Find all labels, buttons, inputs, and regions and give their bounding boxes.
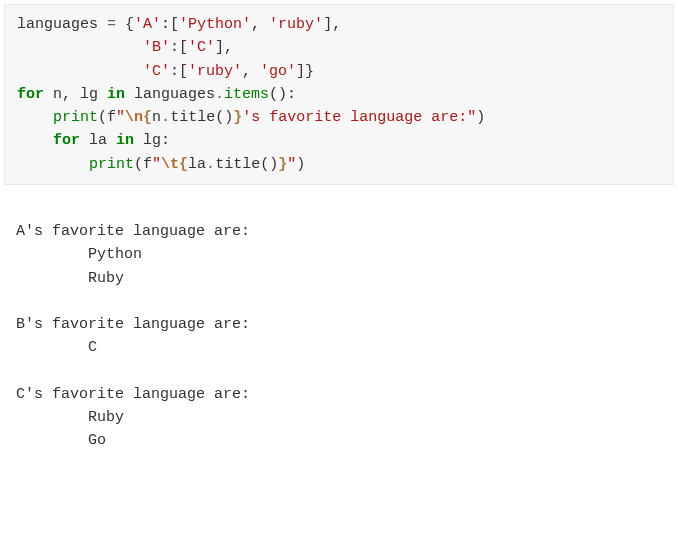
code-token (17, 63, 143, 80)
code-token: items (224, 86, 269, 103)
code-token: " (116, 109, 125, 126)
code-token: for (53, 132, 80, 149)
code-token (17, 132, 53, 149)
code-token: { (143, 109, 152, 126)
code-token: 'Python' (179, 16, 251, 33)
code-token: 'ruby' (269, 16, 323, 33)
output-line: C (16, 339, 97, 356)
code-token: } (278, 156, 287, 173)
code-token: 'ruby' (188, 63, 242, 80)
code-token: n, lg (44, 86, 107, 103)
output-line: A's favorite language are: (16, 223, 250, 240)
code-token: { (116, 16, 134, 33)
output-line: C's favorite language are: (16, 386, 250, 403)
code-token: = (107, 16, 116, 33)
code-token: . (215, 86, 224, 103)
code-token: la (188, 156, 206, 173)
code-token (17, 39, 143, 56)
code-token: (f (98, 109, 116, 126)
code-token: (): (269, 86, 296, 103)
code-token: 'go' (260, 63, 296, 80)
code-block: languages = {'A':['Python', 'ruby'], 'B'… (4, 4, 674, 185)
code-token: 's favorite language are:" (242, 109, 476, 126)
code-token: :[ (161, 16, 179, 33)
output-line: Ruby (16, 409, 124, 426)
code-token: ], (323, 16, 341, 33)
output-block: A's favorite language are: Python Ruby B… (4, 189, 674, 461)
code-token: } (233, 109, 242, 126)
code-token: ) (296, 156, 305, 173)
code-token: la (80, 132, 116, 149)
code-token: n (152, 109, 161, 126)
code-token (17, 109, 53, 126)
code-token: (f (134, 156, 152, 173)
code-token: ) (476, 109, 485, 126)
code-token: , (242, 63, 260, 80)
code-token: ], (215, 39, 233, 56)
code-token: languages (17, 16, 107, 33)
code-token: title() (170, 109, 233, 126)
code-token: lg: (134, 132, 170, 149)
code-token: \n (125, 109, 143, 126)
code-token: , (251, 16, 269, 33)
output-line: B's favorite language are: (16, 316, 250, 333)
code-token: print (89, 156, 134, 173)
code-token: " (287, 156, 296, 173)
code-token: in (107, 86, 125, 103)
code-token: . (206, 156, 215, 173)
code-token: for (17, 86, 44, 103)
output-line: Ruby (16, 270, 124, 287)
code-token: :[ (170, 63, 188, 80)
code-token: ]} (296, 63, 314, 80)
code-token: 'C' (143, 63, 170, 80)
code-token: " (152, 156, 161, 173)
code-token: 'A' (134, 16, 161, 33)
code-token: 'B' (143, 39, 170, 56)
output-line: Python (16, 246, 142, 263)
code-token: . (161, 109, 170, 126)
code-token (17, 156, 89, 173)
code-token: 'C' (188, 39, 215, 56)
code-token: languages (125, 86, 215, 103)
code-token: in (116, 132, 134, 149)
output-line: Go (16, 432, 106, 449)
code-token: { (179, 156, 188, 173)
code-token: \t (161, 156, 179, 173)
code-token: print (53, 109, 98, 126)
code-token: title() (215, 156, 278, 173)
code-token: :[ (170, 39, 188, 56)
